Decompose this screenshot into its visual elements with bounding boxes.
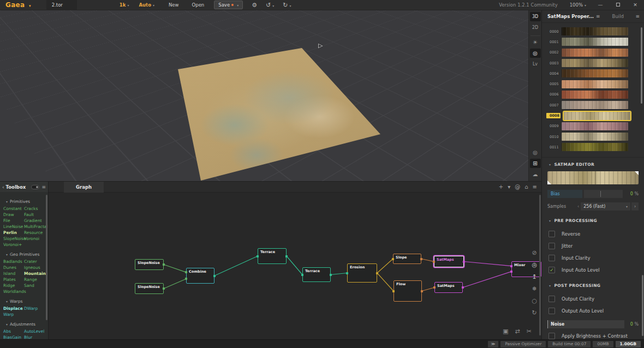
node-port[interactable]: [510, 265, 512, 267]
node-port[interactable]: [285, 255, 288, 257]
maximize-button[interactable]: [615, 2, 621, 8]
toolbox-item-voronoi-[interactable]: Voronoi+: [3, 243, 24, 247]
checkbox-input-clarity[interactable]: [548, 255, 555, 261]
node-port[interactable]: [301, 274, 303, 276]
node-port[interactable]: [346, 272, 348, 274]
samples-dropdown[interactable]: 256 (Fast)▾: [581, 202, 630, 211]
build-tab-menu-icon[interactable]: ≡: [635, 14, 640, 19]
gradient-handle-right[interactable]: [635, 171, 639, 175]
toolbox-item-island[interactable]: Island: [3, 272, 24, 276]
perspective-icon[interactable]: ◎: [530, 148, 541, 157]
freeze-icon[interactable]: ❅: [532, 285, 537, 292]
satmap-swatch-row[interactable]: 0010: [542, 131, 644, 142]
graph-node-slope[interactable]: Slope: [393, 254, 421, 264]
node-port[interactable]: [330, 274, 332, 276]
fit-view-icon[interactable]: ▣: [503, 328, 508, 335]
app-menu[interactable]: Gaea ▾: [5, 1, 31, 9]
toolbox-toggle[interactable]: [31, 185, 39, 189]
swatch-gradient[interactable]: [562, 49, 628, 57]
toolbox-item-autolevel[interactable]: AutoLevel: [24, 329, 45, 334]
toolbox-item-range[interactable]: Range: [24, 278, 45, 282]
add-node-icon[interactable]: +: [499, 184, 503, 190]
swatch-gradient[interactable]: [562, 27, 628, 35]
disable-icon[interactable]: ⊘: [532, 249, 537, 256]
checkbox-apply-brightness-contrast[interactable]: [548, 333, 555, 339]
new-button[interactable]: New: [169, 2, 179, 8]
toolbox-item-linenoise[interactable]: LineNoise: [3, 225, 24, 229]
gradient-handle-left[interactable]: [547, 181, 551, 184]
graph-node-combine[interactable]: Combine: [186, 268, 214, 284]
marker-icon[interactable]: ○: [532, 297, 537, 304]
satmap-swatch-row[interactable]: 0005: [542, 79, 644, 89]
toolbox-item-draw[interactable]: Draw: [3, 213, 24, 217]
swap-icon[interactable]: ⇄: [515, 328, 520, 335]
graph-node-erosion[interactable]: Erosion: [347, 263, 377, 283]
toolbox-item-resource[interactable]: Resource: [24, 231, 45, 235]
checkbox-output-clarity[interactable]: [548, 296, 555, 302]
samples-next-icon[interactable]: ›: [631, 202, 639, 211]
swatch-gradient[interactable]: [562, 122, 628, 130]
swatch-gradient[interactable]: [564, 112, 630, 120]
graph-node-satmaps[interactable]: SatMaps: [434, 282, 463, 293]
toolbox-section-header[interactable]: ▾Warps: [4, 299, 48, 304]
refresh-icon[interactable]: ↻: [532, 309, 537, 316]
node-port[interactable]: [392, 258, 394, 260]
tab-satmaps-properties[interactable]: SatMaps Proper...: [547, 14, 594, 19]
toolbox-section-header[interactable]: ▾Geo Primitives: [4, 252, 48, 257]
satmap-swatch-row[interactable]: 0002: [542, 47, 644, 58]
satmap-swatch-row[interactable]: 0011: [542, 142, 644, 152]
viewport-3d[interactable]: ▷: [0, 10, 528, 181]
node-port[interactable]: [185, 278, 187, 280]
toolbox-menu-icon[interactable]: ≡: [41, 184, 46, 190]
graph-scrollbar[interactable]: [539, 195, 541, 335]
properties-scrollbar[interactable]: [642, 275, 643, 336]
satmap-swatch-row[interactable]: 0003: [542, 58, 644, 68]
swatch-gradient[interactable]: [562, 38, 628, 46]
toolbox-item-fault[interactable]: Fault: [24, 213, 45, 217]
swatch-gradient[interactable]: [562, 101, 628, 109]
view-3d-button[interactable]: 3D: [530, 12, 541, 21]
graph-node-terrace[interactable]: Terrace: [258, 248, 287, 264]
gear-icon[interactable]: ⚙: [252, 2, 257, 9]
close-button[interactable]: ✕: [632, 2, 639, 8]
swatch-gradient[interactable]: [562, 69, 628, 77]
collapse-toolbox-icon[interactable]: ‹: [2, 184, 4, 190]
toolbox-item-voronoi[interactable]: Voronoi: [24, 237, 45, 241]
graph-node-satmaps[interactable]: SatMaps: [434, 256, 464, 267]
toolbox-item-worldlands[interactable]: Worldlands: [3, 290, 24, 294]
toolbox-item-constant[interactable]: Constant: [3, 207, 24, 211]
document-tab[interactable]: 2.tor: [46, 0, 77, 10]
toolbox-item-perlin[interactable]: Perlin: [3, 231, 24, 235]
checkbox-reverse[interactable]: [548, 231, 555, 237]
toolbox-item-multifractal[interactable]: MultiFractal: [24, 225, 45, 229]
toolbox-item-warp[interactable]: Warp: [3, 313, 24, 317]
toolbox-item-biasgain[interactable]: BiasGain: [3, 335, 24, 339]
swatch-gradient[interactable]: [562, 133, 628, 141]
satmap-swatch-row[interactable]: 0007: [542, 100, 644, 110]
toolbox-section-header[interactable]: ▾Adjustments: [4, 322, 48, 327]
toolbox-item-gradient[interactable]: Gradient: [24, 219, 45, 223]
toolbox-item-cracks[interactable]: Cracks: [24, 207, 45, 211]
fast-forward-icon[interactable]: ≫: [488, 341, 499, 347]
zoom-dropdown[interactable]: 100%▾: [570, 2, 586, 8]
node-port[interactable]: [420, 258, 422, 260]
swatch-gradient[interactable]: [562, 91, 628, 99]
node-port[interactable]: [185, 271, 187, 273]
swatch-gradient[interactable]: [562, 80, 628, 88]
satmap-gradient-editor[interactable]: [547, 171, 639, 184]
checkbox-output-auto-level[interactable]: [548, 308, 555, 314]
graph-node-slopenoise[interactable]: SlopeNoise: [135, 283, 164, 294]
toolbox-item-ridge[interactable]: Ridge: [3, 284, 24, 288]
toolbox-item-displace[interactable]: Displace: [3, 307, 24, 311]
graph-node-flow[interactable]: Flow: [393, 280, 422, 302]
node-port[interactable]: [421, 290, 423, 292]
satmap-swatch-row[interactable]: 0008: [542, 110, 644, 121]
toolbox-item-sand[interactable]: Sand: [24, 284, 45, 288]
toolbox-item-dwarp[interactable]: DWarp: [24, 307, 45, 311]
link-icon[interactable]: @: [515, 184, 520, 190]
lighting-icon[interactable]: ☀: [530, 38, 541, 47]
node-port[interactable]: [163, 263, 165, 266]
node-port[interactable]: [376, 272, 378, 274]
level-button[interactable]: Lv: [530, 59, 541, 69]
toolbox-item-file[interactable]: File: [3, 219, 24, 223]
